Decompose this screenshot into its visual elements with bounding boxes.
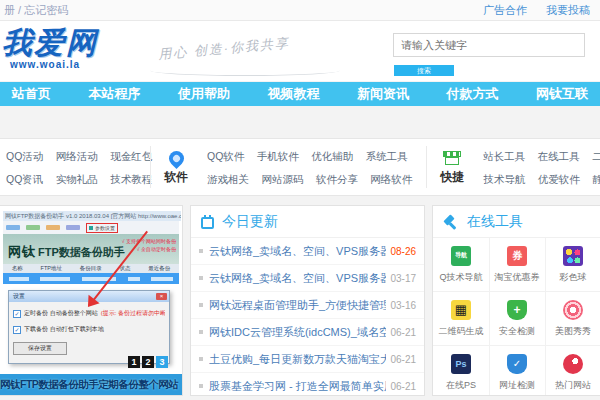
nav-item-programs[interactable]: 本站程序 [89, 85, 141, 103]
shield-check-icon: ✓ [507, 354, 527, 374]
checkbox-icon[interactable]: ✓ [13, 310, 21, 318]
slider-page-1[interactable]: 1 [128, 356, 140, 368]
tool-item[interactable]: ▦ 二维码生成 [433, 292, 490, 346]
item-date: 03-17 [390, 273, 416, 284]
megamenu-group-activities: QQ活动 网络活动 现金红包 QQ资讯 实物礼品 技术教程 [0, 144, 150, 190]
nav-item-news[interactable]: 新闻资讯 [357, 85, 409, 103]
megamenu-group-shortcut: 站长工具 在线工具 二维码 松松工具 技术导航 优爱软件 静网首页 hao123 [477, 144, 600, 190]
nav-item-video[interactable]: 视频教程 [268, 85, 320, 103]
menu-link[interactable]: 静网首页 [592, 173, 600, 185]
menu-link[interactable]: 手机软件 [257, 150, 299, 162]
online-tools-panel: 在线工具 导航 Q技术导航 券 淘宝优惠券 彩色球 视频 ▦ 二维码生成 [432, 205, 600, 396]
list-item[interactable]: 股票基金学习网 - 打造全网最简单实用的股 06-21 [191, 373, 424, 396]
list-item[interactable]: 土豆优购_每日更新数万款天猫淘宝大额优惠 06-21 [191, 346, 424, 373]
ad-cooperation-link[interactable]: 广告合作 [483, 4, 527, 16]
megamenu: QQ活动 网络活动 现金红包 QQ资讯 实物礼品 技术教程 软件 QQ软件 手机… [0, 138, 600, 196]
menu-link[interactable]: 网站源码 [261, 173, 303, 185]
tool-item[interactable]: + 安全检测 [489, 292, 546, 346]
menu-link[interactable]: 网络软件 [370, 173, 412, 185]
menu-link[interactable]: 技术导航 [483, 173, 525, 185]
nav-item-home[interactable]: 站首页 [12, 85, 51, 103]
shortcut-category-label: 快捷 [427, 169, 477, 186]
app-banner: 网钛FTP数据备份助手 √ 支持多个网站同时备份 √ 全自动定时备份 [3, 234, 179, 264]
list-item[interactable]: 网钛远程桌面管理助手_方便快捷管理服务器 03-16 [191, 292, 424, 319]
bullet-icon [199, 303, 203, 307]
topbar: 册 / 忘记密码 广告合作 我要投稿 [0, 0, 600, 21]
tools-title: 在线工具 [467, 213, 523, 231]
list-item[interactable]: 云钛网络_卖域名、空间、VPS服务器，价格 03-17 [191, 265, 424, 292]
tool-item[interactable]: 导航 Q技术导航 [433, 238, 490, 292]
item-date: 06-21 [390, 327, 416, 338]
slogan-text: 用心 创造·你我共享 [158, 28, 359, 63]
item-date: 06-21 [390, 354, 416, 365]
logo-title: 我爱网 [2, 27, 98, 59]
screenshot-slider[interactable]: 网钛FTP数据备份助手 v1.0 2018.03.04 [官方网站 http:/… [0, 205, 183, 396]
list-item[interactable]: 网钛IDC云管理系统(idcCMS)_域名空间VPS 06-21 [191, 319, 424, 346]
nav-item-wangtai[interactable]: 网钛互联 [536, 85, 588, 103]
tools-header: 在线工具 [433, 206, 600, 238]
megamenu-group-software: QQ软件 手机软件 优化辅助 系统工具 游戏相关 网站源码 软件分享 网络软件 [201, 144, 426, 190]
nav-item-help[interactable]: 使用帮助 [178, 85, 230, 103]
software-category-label: 软件 [151, 169, 201, 186]
tool-item[interactable]: 彩色球 [545, 238, 600, 292]
menu-link[interactable]: 二维码 [592, 150, 600, 162]
slider-page-3[interactable]: 3 [156, 356, 168, 368]
menu-link[interactable]: QQ活动 [6, 150, 43, 162]
today-updates-panel: 今日更新 云钛网络_卖域名、空间、VPS服务器，价格 08-26 云钛网络_卖域… [190, 205, 425, 396]
app-toolbar: 参数设置 [3, 221, 179, 234]
submit-article-link[interactable]: 我要投稿 [546, 4, 590, 16]
list-item[interactable]: 云钛网络_卖域名、空间、VPS服务器，价格 08-26 [191, 238, 424, 265]
menu-link[interactable]: QQ资讯 [6, 173, 43, 185]
bullet-icon [199, 330, 203, 334]
location-pin-icon [165, 147, 186, 168]
site-logo[interactable]: 我爱网 www.woai.la [2, 27, 98, 70]
menu-link[interactable]: 网络活动 [56, 150, 98, 162]
dialog-checkbox-line: ✓ 定时备份 自动备份整个网站 (提示: 备份过程请勿中断) [13, 309, 165, 318]
page: 册 / 忘记密码 广告合作 我要投稿 我爱网 www.woai.la 用心 创造… [0, 0, 600, 400]
tool-item[interactable]: 券 淘宝优惠券 [489, 238, 546, 292]
menu-link[interactable]: 优爱软件 [538, 173, 580, 185]
bullet-icon [199, 276, 203, 280]
menu-link[interactable]: QQ软件 [207, 150, 244, 162]
dialog-save-button[interactable]: 保存设置 [13, 342, 67, 355]
item-date: 08-26 [390, 246, 416, 257]
menu-link[interactable]: 实物礼品 [56, 173, 98, 185]
slider-caption[interactable]: 网钛FTP数据备份助手定期备份整个网站 [0, 374, 183, 395]
software-category[interactable]: 软件 [151, 149, 201, 186]
highlighted-toolbar-button: 参数设置 [86, 223, 118, 233]
tool-item[interactable]: 热门网站 [545, 346, 600, 396]
slider-page-2[interactable]: 2 [142, 356, 154, 368]
menu-link[interactable]: 优化辅助 [311, 150, 353, 162]
bullet-icon [199, 357, 203, 361]
item-date: 06-21 [390, 381, 416, 392]
menu-link[interactable]: 技术教程 [110, 173, 152, 185]
brand-text: 网钛 [8, 244, 36, 259]
shortcut-category[interactable]: 快捷 [427, 149, 477, 186]
updates-title: 今日更新 [222, 213, 278, 231]
topbar-links: 广告合作 我要投稿 [467, 0, 590, 20]
menu-link[interactable]: 在线工具 [538, 150, 580, 162]
search-button[interactable]: 搜索 [394, 65, 454, 76]
checkbox-icon[interactable]: ✓ [13, 326, 21, 334]
search-input[interactable] [393, 33, 585, 57]
menu-link[interactable]: 软件分享 [316, 173, 358, 185]
menu-link[interactable]: 游戏相关 [207, 173, 249, 185]
logo-domain: www.woai.la [2, 59, 98, 70]
updates-list: 云钛网络_卖域名、空间、VPS服务器，价格 08-26 云钛网络_卖域名、空间、… [191, 238, 424, 396]
menu-link[interactable]: 站长工具 [483, 150, 525, 162]
tool-item[interactable]: 美图秀秀 [545, 292, 600, 346]
updates-header: 今日更新 [191, 206, 424, 238]
meitu-icon [563, 300, 583, 320]
tool-item[interactable]: Ps 在线PS [433, 346, 490, 396]
table-selected-row [3, 273, 179, 284]
main-nav: 站首页 本站程序 使用帮助 视频教程 新闻资讯 付款方式 网钛互联 [0, 82, 600, 106]
menu-link[interactable]: 现金红包 [110, 150, 152, 162]
forgot-password-link[interactable]: 册 / 忘记密码 [4, 0, 68, 20]
slider-pagination: 1 2 3 [128, 356, 168, 368]
close-icon[interactable]: × [156, 293, 167, 300]
menu-link[interactable]: 系统工具 [366, 150, 408, 162]
nav-item-payment[interactable]: 付款方式 [447, 85, 499, 103]
color-balls-icon [563, 246, 583, 266]
tool-item[interactable]: ✓ 网址检测 [489, 346, 546, 396]
qrcode-icon: ▦ [451, 300, 471, 320]
